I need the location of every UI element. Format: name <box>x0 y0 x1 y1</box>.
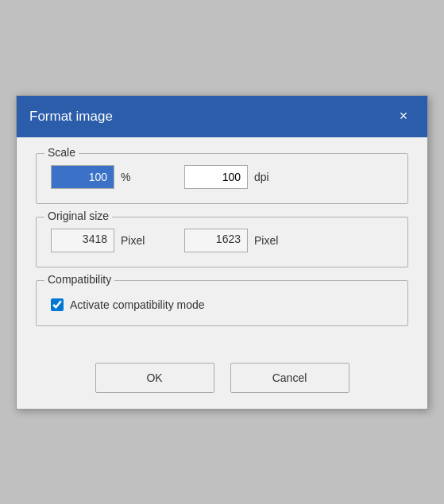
compatibility-checkbox[interactable] <box>51 298 64 311</box>
height-value: 1623 <box>184 229 248 252</box>
dpi-field-group: dpi <box>184 165 286 189</box>
scale-legend: Scale <box>44 146 79 159</box>
percent-field-group: % <box>51 165 153 189</box>
percent-input[interactable] <box>51 165 114 189</box>
percent-unit: % <box>121 171 153 183</box>
dialog-body: Scale % dpi Original size 3418 Pixel <box>17 137 427 355</box>
cancel-button[interactable]: Cancel <box>230 363 349 393</box>
title-bar: Format image × <box>17 96 427 137</box>
dialog-title: Format image <box>29 109 113 125</box>
width-field-group: 3418 Pixel <box>51 229 153 252</box>
scale-section: Scale % dpi <box>36 153 408 204</box>
buttons-row: OK Cancel <box>17 355 427 409</box>
height-field-group: 1623 Pixel <box>184 229 286 252</box>
width-unit: Pixel <box>121 234 153 247</box>
width-value: 3418 <box>51 229 114 252</box>
format-image-dialog: Format image × Scale % dpi Original size <box>16 95 428 410</box>
original-size-section: Original size 3418 Pixel 1623 Pixel <box>36 217 408 267</box>
height-unit: Pixel <box>254 234 286 247</box>
compatibility-checkbox-label: Activate compatibility mode <box>70 298 205 311</box>
original-size-legend: Original size <box>44 210 112 222</box>
ok-button[interactable]: OK <box>95 363 214 393</box>
compatibility-legend: Compatibility <box>44 273 114 286</box>
dpi-unit: dpi <box>254 171 286 183</box>
original-size-row: 3418 Pixel 1623 Pixel <box>51 229 393 252</box>
scale-row: % dpi <box>51 165 393 189</box>
dpi-input[interactable] <box>184 165 248 189</box>
compatibility-section: Compatibility Activate compatibility mod… <box>36 280 408 326</box>
checkbox-row: Activate compatibility mode <box>51 298 393 311</box>
close-button[interactable]: × <box>392 106 415 128</box>
